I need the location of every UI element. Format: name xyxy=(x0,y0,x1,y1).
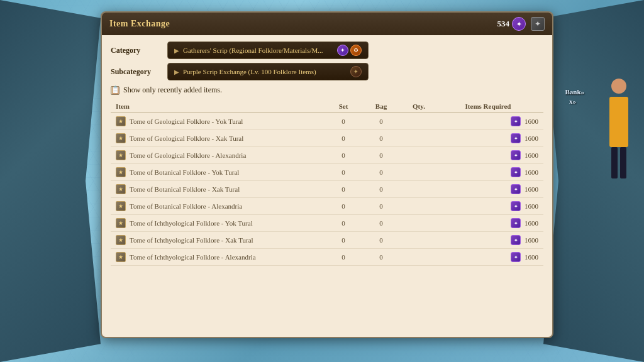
req-amount: 1600 xyxy=(525,202,538,210)
item-icon: ★ xyxy=(116,218,126,228)
item-icon: ★ xyxy=(116,252,126,262)
req-icon: ✦ xyxy=(511,235,521,245)
set-cell: 0 xyxy=(325,134,362,142)
req-icon: ✦ xyxy=(511,116,521,126)
subcategory-arrow: ▶ xyxy=(174,69,179,75)
item-cell: ★ Tome of Botanical Folklore - Xak Tural xyxy=(116,184,325,194)
req-amount: 1600 xyxy=(525,219,538,227)
req-icon: ✦ xyxy=(511,201,521,211)
left-panel xyxy=(0,0,101,362)
req-cell: ✦ 1600 xyxy=(438,201,538,211)
item-name: Tome of Geological Folklore - Alexandria xyxy=(130,151,246,159)
req-icon: ✦ xyxy=(511,150,521,160)
category-value: Gatherers' Scrip (Regional Folklore/Mate… xyxy=(183,47,323,54)
currency-icon: ✦ xyxy=(512,17,526,31)
item-cell: ★ Tome of Geological Folklore - Alexandr… xyxy=(116,150,325,160)
bank-label[interactable]: Bank» xyxy=(565,88,584,96)
character-body xyxy=(609,97,628,147)
req-amount: 1600 xyxy=(525,151,538,159)
table-row[interactable]: ★ Tome of Geological Folklore - Yok Tura… xyxy=(111,113,543,130)
table-row[interactable]: ★ Tome of Botanical Folklore - Yok Tural… xyxy=(111,164,543,181)
bag-cell: 0 xyxy=(362,118,400,125)
table-row[interactable]: ★ Tome of Ichthyological Folklore - Yok … xyxy=(111,215,543,232)
req-amount: 1600 xyxy=(525,185,538,193)
currency-amount: 534 xyxy=(497,19,510,29)
character-leg-right xyxy=(620,147,626,178)
item-cell: ★ Tome of Geological Folklore - Xak Tura… xyxy=(116,133,325,143)
req-cell: ✦ 1600 xyxy=(438,150,538,160)
item-cell: ★ Tome of Ichthyological Folklore - Yok … xyxy=(116,218,325,228)
subcategory-dropdown[interactable]: ▶ Purple Scrip Exchange (Lv. 100 Folklor… xyxy=(167,63,369,80)
req-amount: 1600 xyxy=(525,118,538,125)
title-right-controls: 534 ✦ ✦ xyxy=(497,17,545,31)
checkbox-row: 📋 Show only recently added items. xyxy=(111,85,543,95)
item-icon: ★ xyxy=(116,184,126,194)
req-cell: ✦ 1600 xyxy=(438,252,538,262)
items-table: Item Set Bag Qty. Items Required ★ Tome … xyxy=(111,100,543,266)
item-icon: ★ xyxy=(116,235,126,245)
bag-cell: 0 xyxy=(362,168,400,176)
item-name: Tome of Ichthyological Folklore - Xak Tu… xyxy=(130,236,253,244)
table-body: ★ Tome of Geological Folklore - Yok Tura… xyxy=(111,113,543,266)
category-icon-purple: ✦ xyxy=(337,45,348,56)
recent-items-checkbox[interactable]: 📋 xyxy=(111,86,119,95)
req-icon: ✦ xyxy=(511,252,521,262)
bag-cell: 0 xyxy=(362,185,400,193)
set-cell: 0 xyxy=(325,151,362,159)
header-qty: Qty. xyxy=(400,102,438,110)
item-name: Tome of Geological Folklore - Xak Tural xyxy=(130,134,243,142)
req-icon: ✦ xyxy=(511,133,521,143)
category-icons: ✦ ⚙ xyxy=(337,45,362,56)
req-icon: ✦ xyxy=(511,167,521,177)
item-name: Tome of Botanical Folklore - Xak Tural xyxy=(130,185,240,193)
table-row[interactable]: ★ Tome of Botanical Folklore - Alexandri… xyxy=(111,198,543,215)
puzzle-icon[interactable]: ✦ xyxy=(531,17,545,31)
currency-display: 534 ✦ xyxy=(497,17,526,31)
item-exchange-dialog: Item Exchange 534 ✦ ✦ Category ▶ Gathere… xyxy=(101,11,553,338)
set-cell: 0 xyxy=(325,219,362,227)
item-cell: ★ Tome of Botanical Folklore - Alexandri… xyxy=(116,201,325,211)
item-name: Tome of Ichthyological Folklore - Alexan… xyxy=(130,253,256,261)
item-cell: ★ Tome of Ichthyological Folklore - Xak … xyxy=(116,235,325,245)
category-dropdown[interactable]: ▶ Gatherers' Scrip (Regional Folklore/Ma… xyxy=(167,41,369,59)
table-row[interactable]: ★ Tome of Ichthyological Folklore - Xak … xyxy=(111,232,543,249)
table-row[interactable]: ★ Tome of Ichthyological Folklore - Alex… xyxy=(111,249,543,266)
category-row: Category ▶ Gatherers' Scrip (Regional Fo… xyxy=(111,41,543,59)
item-icon: ★ xyxy=(116,167,126,177)
bag-cell: 0 xyxy=(362,253,400,261)
bag-cell: 0 xyxy=(362,151,400,159)
set-cell: 0 xyxy=(325,202,362,210)
checkbox-label: Show only recently added items. xyxy=(123,85,222,95)
req-amount: 1600 xyxy=(525,253,538,261)
req-cell: ✦ 1600 xyxy=(438,235,538,245)
req-cell: ✦ 1600 xyxy=(438,133,538,143)
title-bar: Item Exchange 534 ✦ ✦ xyxy=(102,13,552,35)
item-name: Tome of Botanical Folklore - Alexandria xyxy=(130,202,242,210)
table-row[interactable]: ★ Tome of Geological Folklore - Xak Tura… xyxy=(111,130,543,147)
header-bag: Bag xyxy=(362,102,400,110)
req-cell: ✦ 1600 xyxy=(438,184,538,194)
set-cell: 0 xyxy=(325,253,362,261)
req-cell: ✦ 1600 xyxy=(438,116,538,126)
category-arrow: ▶ xyxy=(174,47,179,54)
character xyxy=(600,63,638,163)
dialog-title: Item Exchange xyxy=(109,19,170,29)
header-items-required: Items Required xyxy=(438,102,538,110)
req-icon: ✦ xyxy=(511,184,521,194)
req-amount: 1600 xyxy=(525,168,538,176)
item-icon: ★ xyxy=(116,150,126,160)
subcategory-icon-dark: ✦ xyxy=(350,66,362,77)
subcategory-label: Subcategory xyxy=(111,67,161,77)
category-icon-orange: ⚙ xyxy=(350,45,362,56)
character-legs xyxy=(600,147,638,178)
item-icon: ★ xyxy=(116,116,126,126)
set-cell: 0 xyxy=(325,168,362,176)
table-row[interactable]: ★ Tome of Geological Folklore - Alexandr… xyxy=(111,147,543,164)
dialog-content: Category ▶ Gatherers' Scrip (Regional Fo… xyxy=(102,35,552,272)
bag-cell: 0 xyxy=(362,219,400,227)
character-leg-left xyxy=(611,147,618,178)
header-item: Item xyxy=(116,102,325,110)
table-row[interactable]: ★ Tome of Botanical Folklore - Xak Tural… xyxy=(111,181,543,198)
item-name: Tome of Botanical Folklore - Yok Tural xyxy=(130,168,239,176)
item-icon: ★ xyxy=(116,133,126,143)
